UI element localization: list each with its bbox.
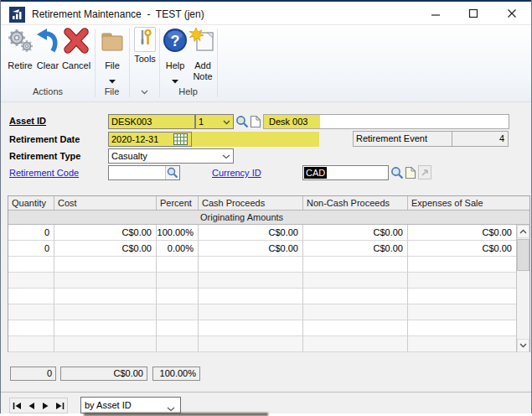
table-row-empty[interactable] [8, 289, 517, 304]
help-icon: ? [161, 27, 189, 59]
screen: Retirement Maintenance - TEST (jen) [0, 0, 532, 416]
retirement-type-label: Retirement Type [9, 151, 80, 161]
titlebar: Retirement Maintenance - TEST (jen) [1, 0, 531, 25]
asset-id-input[interactable] [108, 114, 195, 129]
maximize-button[interactable] [459, 3, 488, 25]
close-button[interactable] [498, 3, 526, 25]
vertical-scrollbar[interactable] [516, 225, 529, 352]
currency-lookup-icon[interactable] [390, 166, 404, 183]
total-quantity: 0 [10, 367, 56, 381]
total-percent: 100.00% [152, 367, 200, 381]
asset-id-label[interactable]: Asset ID [9, 116, 46, 126]
retire-button[interactable]: Retire [3, 27, 37, 71]
next-record-button[interactable] [39, 398, 53, 413]
currency-note-icon[interactable] [405, 166, 416, 183]
undo-arrow-icon [35, 27, 60, 59]
file-group-label: File [95, 86, 129, 96]
minimize-icon [431, 7, 441, 22]
chevron-down-icon [141, 86, 148, 96]
minimize-button[interactable] [421, 3, 450, 25]
table-row-empty[interactable] [8, 273, 517, 289]
originating-amounts-band: Originating Amounts [8, 211, 529, 225]
app-icon [9, 7, 25, 26]
status-bar: by Asset ID [1, 392, 531, 413]
last-record-button[interactable] [53, 398, 67, 413]
help-button[interactable]: ? Help [161, 27, 189, 87]
column-header: Quantity [8, 196, 54, 210]
scroll-up-button[interactable] [517, 225, 529, 238]
sort-by-dropdown[interactable]: by Asset ID [80, 397, 181, 413]
retirement-type-dropdown[interactable]: Casualty [108, 148, 234, 164]
table-row-empty[interactable] [8, 304, 517, 320]
chevron-down-icon [223, 117, 230, 127]
column-header: Cost [54, 196, 157, 210]
retirement-date-label: Retirement Date [9, 134, 80, 144]
retirement-event-value: 4 [452, 132, 508, 146]
column-header: Percent [157, 196, 199, 210]
help-dropdown-caret-icon [172, 72, 178, 87]
maximize-icon [468, 7, 478, 22]
asset-note-icon[interactable] [250, 115, 261, 132]
window-title: Retirement Maintenance - TEST (jen) [32, 8, 204, 20]
chevron-down-icon [222, 151, 230, 161]
ribbon-toolbar: Retire Clear Cancel Actions [1, 25, 531, 102]
retirement-maintenance-window: Retirement Maintenance - TEST (jen) [0, 0, 532, 413]
previous-record-button[interactable] [24, 398, 39, 413]
folder-icon [98, 27, 127, 59]
add-note-button[interactable]: AddNote [189, 27, 217, 82]
gears-icon [6, 27, 34, 59]
scrollbar-thumb[interactable] [517, 239, 529, 271]
currency-expansion-button-disabled [418, 165, 431, 179]
currency-id-selected-value: CAD [304, 167, 327, 179]
calendar-icon[interactable] [173, 133, 188, 148]
table-body: 0 C$0.00 100.00% C$0.00 C$0.00 C$0.00 0 … [8, 225, 517, 352]
retirement-event-label: Retirement Event [354, 132, 452, 146]
actions-group-label: Actions [2, 86, 94, 96]
retirement-code-lookup-icon[interactable] [165, 166, 179, 179]
close-icon [507, 7, 517, 22]
group-divider [217, 29, 218, 97]
scroll-down-button[interactable] [517, 339, 529, 352]
total-cost: C$0.00 [60, 367, 147, 381]
clear-button[interactable]: Clear [36, 27, 59, 71]
table-row-empty[interactable] [8, 320, 517, 336]
table-row-empty[interactable] [8, 336, 517, 352]
currency-id-link[interactable]: Currency ID [212, 168, 261, 178]
red-x-icon [62, 27, 90, 59]
currency-id-field[interactable]: CAD [302, 165, 389, 180]
add-note-icon [189, 27, 217, 59]
background-artifact [84, 413, 268, 416]
tools-group-dropdown[interactable] [129, 86, 159, 96]
table-row[interactable]: 0 C$0.00 0.00% C$0.00 C$0.00 C$0.00 [8, 241, 517, 257]
file-button[interactable]: File [96, 27, 128, 87]
retirement-code-link[interactable]: Retirement Code [9, 168, 79, 178]
retirement-amounts-table: Quantity Cost Percent Cash Proceeds Non-… [8, 195, 530, 352]
asset-lookup-icon[interactable] [235, 115, 249, 132]
cancel-button[interactable]: Cancel [60, 27, 92, 71]
help-group-label: Help [159, 86, 217, 96]
table-row-empty[interactable] [8, 257, 517, 273]
file-dropdown-caret-icon [109, 72, 116, 87]
svg-text:?: ? [171, 33, 180, 49]
record-navigation [9, 398, 68, 413]
column-header: Cash Proceeds [199, 196, 303, 210]
column-header: Non-Cash Proceeds [303, 196, 408, 210]
asset-description-field: Desk 003 [263, 114, 509, 129]
table-row[interactable]: 0 C$0.00 100.00% C$0.00 C$0.00 C$0.00 [8, 225, 517, 241]
table-header-row: Quantity Cost Percent Cash Proceeds Non-… [8, 196, 529, 211]
tools-icon [134, 27, 156, 52]
asset-suffix-dropdown[interactable]: 1 [195, 114, 234, 129]
retirement-code-input[interactable] [109, 166, 165, 179]
retirement-event-box: Retirement Event 4 [353, 131, 509, 147]
column-header: Expenses of Sale [408, 196, 531, 210]
first-record-button[interactable] [10, 398, 24, 413]
tools-button[interactable]: Tools [131, 27, 159, 65]
retirement-code-field [108, 165, 180, 180]
